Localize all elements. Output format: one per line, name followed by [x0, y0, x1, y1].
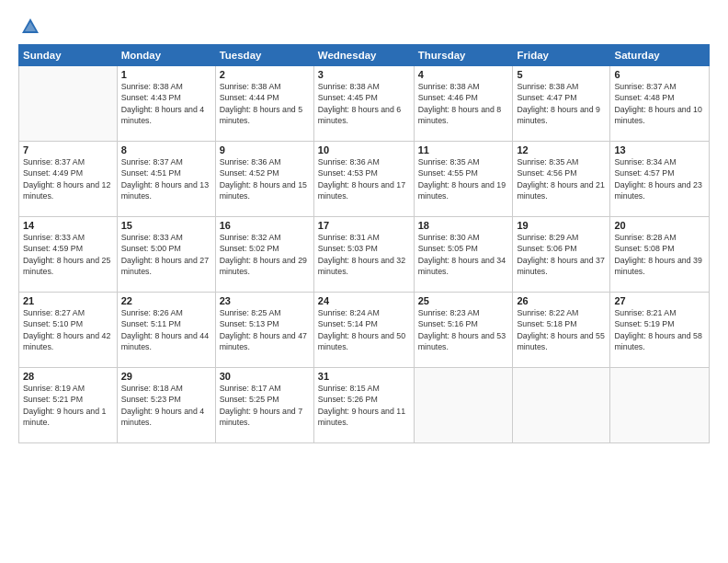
- day-number: 7: [23, 144, 113, 155]
- day-cell: [414, 368, 513, 443]
- day-cell: 18Sunrise: 8:30 AMSunset: 5:05 PMDayligh…: [414, 217, 513, 293]
- day-cell: 19Sunrise: 8:29 AMSunset: 5:06 PMDayligh…: [513, 217, 610, 293]
- day-number: 11: [418, 144, 509, 155]
- day-cell: 24Sunrise: 8:24 AMSunset: 5:14 PMDayligh…: [313, 293, 414, 368]
- week-row-1: 1Sunrise: 8:38 AMSunset: 4:43 PMDaylight…: [19, 66, 710, 142]
- day-number: 31: [318, 371, 410, 382]
- day-cell: 16Sunrise: 8:32 AMSunset: 5:02 PMDayligh…: [215, 217, 313, 293]
- header: [18, 17, 710, 37]
- day-cell: [19, 66, 118, 142]
- day-number: 19: [517, 220, 606, 231]
- day-number: 12: [517, 144, 606, 155]
- day-number: 16: [220, 220, 310, 231]
- day-info: Sunrise: 8:15 AMSunset: 5:26 PMDaylight:…: [318, 383, 410, 428]
- day-cell: 21Sunrise: 8:27 AMSunset: 5:10 PMDayligh…: [19, 293, 118, 368]
- day-number: 23: [220, 295, 310, 306]
- day-cell: 26Sunrise: 8:22 AMSunset: 5:18 PMDayligh…: [513, 293, 610, 368]
- day-info: Sunrise: 8:22 AMSunset: 5:18 PMDaylight:…: [517, 307, 606, 352]
- day-cell: 11Sunrise: 8:35 AMSunset: 4:55 PMDayligh…: [414, 142, 513, 217]
- day-cell: 23Sunrise: 8:25 AMSunset: 5:13 PMDayligh…: [215, 293, 313, 368]
- day-cell: 30Sunrise: 8:17 AMSunset: 5:25 PMDayligh…: [215, 368, 313, 443]
- day-cell: 6Sunrise: 8:37 AMSunset: 4:48 PMDaylight…: [610, 66, 710, 142]
- day-info: Sunrise: 8:36 AMSunset: 4:52 PMDaylight:…: [220, 156, 310, 201]
- calendar: SundayMondayTuesdayWednesdayThursdayFrid…: [18, 44, 710, 443]
- day-cell: 5Sunrise: 8:38 AMSunset: 4:47 PMDaylight…: [513, 66, 610, 142]
- day-cell: 29Sunrise: 8:18 AMSunset: 5:23 PMDayligh…: [117, 368, 215, 443]
- day-number: 22: [121, 295, 211, 306]
- day-cell: 12Sunrise: 8:35 AMSunset: 4:56 PMDayligh…: [513, 142, 610, 217]
- day-info: Sunrise: 8:38 AMSunset: 4:46 PMDaylight:…: [418, 81, 509, 126]
- day-info: Sunrise: 8:21 AMSunset: 5:19 PMDaylight:…: [614, 307, 705, 352]
- day-cell: 3Sunrise: 8:38 AMSunset: 4:45 PMDaylight…: [313, 66, 414, 142]
- week-row-2: 7Sunrise: 8:37 AMSunset: 4:49 PMDaylight…: [19, 142, 710, 217]
- day-cell: 31Sunrise: 8:15 AMSunset: 5:26 PMDayligh…: [313, 368, 414, 443]
- day-info: Sunrise: 8:38 AMSunset: 4:45 PMDaylight:…: [318, 81, 410, 126]
- day-cell: [610, 368, 710, 443]
- day-number: 4: [418, 69, 509, 80]
- day-info: Sunrise: 8:28 AMSunset: 5:08 PMDaylight:…: [614, 232, 705, 277]
- day-info: Sunrise: 8:19 AMSunset: 5:21 PMDaylight:…: [23, 383, 113, 428]
- logo: [18, 17, 40, 37]
- day-number: 25: [418, 295, 509, 306]
- day-number: 30: [220, 371, 310, 382]
- day-cell: 20Sunrise: 8:28 AMSunset: 5:08 PMDayligh…: [610, 217, 710, 293]
- day-number: 24: [318, 295, 410, 306]
- week-row-3: 14Sunrise: 8:33 AMSunset: 4:59 PMDayligh…: [19, 217, 710, 293]
- logo-icon: [20, 17, 40, 37]
- day-cell: 2Sunrise: 8:38 AMSunset: 4:44 PMDaylight…: [215, 66, 313, 142]
- day-number: 9: [220, 144, 310, 155]
- day-number: 1: [121, 69, 211, 80]
- day-cell: 17Sunrise: 8:31 AMSunset: 5:03 PMDayligh…: [313, 217, 414, 293]
- day-info: Sunrise: 8:33 AMSunset: 4:59 PMDaylight:…: [23, 232, 113, 277]
- day-number: 5: [517, 69, 606, 80]
- page: SundayMondayTuesdayWednesdayThursdayFrid…: [0, 0, 728, 563]
- day-number: 10: [318, 144, 410, 155]
- day-cell: 14Sunrise: 8:33 AMSunset: 4:59 PMDayligh…: [19, 217, 118, 293]
- week-row-4: 21Sunrise: 8:27 AMSunset: 5:10 PMDayligh…: [19, 293, 710, 368]
- day-info: Sunrise: 8:37 AMSunset: 4:48 PMDaylight:…: [614, 81, 705, 126]
- day-number: 6: [614, 69, 705, 80]
- day-number: 27: [614, 295, 705, 306]
- weekday-header-thursday: Thursday: [414, 45, 513, 66]
- weekday-header-row: SundayMondayTuesdayWednesdayThursdayFrid…: [19, 45, 710, 66]
- day-cell: 8Sunrise: 8:37 AMSunset: 4:51 PMDaylight…: [117, 142, 215, 217]
- day-number: 13: [614, 144, 705, 155]
- day-info: Sunrise: 8:34 AMSunset: 4:57 PMDaylight:…: [614, 156, 705, 201]
- day-info: Sunrise: 8:38 AMSunset: 4:43 PMDaylight:…: [121, 81, 211, 126]
- day-cell: 9Sunrise: 8:36 AMSunset: 4:52 PMDaylight…: [215, 142, 313, 217]
- day-cell: [513, 368, 610, 443]
- day-number: 14: [23, 220, 113, 231]
- day-number: 2: [220, 69, 310, 80]
- day-info: Sunrise: 8:38 AMSunset: 4:44 PMDaylight:…: [220, 81, 310, 126]
- weekday-header-tuesday: Tuesday: [215, 45, 313, 66]
- day-number: 17: [318, 220, 410, 231]
- day-info: Sunrise: 8:37 AMSunset: 4:51 PMDaylight:…: [121, 156, 211, 201]
- day-number: 15: [121, 220, 211, 231]
- day-info: Sunrise: 8:29 AMSunset: 5:06 PMDaylight:…: [517, 232, 606, 277]
- day-info: Sunrise: 8:17 AMSunset: 5:25 PMDaylight:…: [220, 383, 310, 428]
- week-row-5: 28Sunrise: 8:19 AMSunset: 5:21 PMDayligh…: [19, 368, 710, 443]
- day-cell: 4Sunrise: 8:38 AMSunset: 4:46 PMDaylight…: [414, 66, 513, 142]
- day-cell: 1Sunrise: 8:38 AMSunset: 4:43 PMDaylight…: [117, 66, 215, 142]
- day-number: 20: [614, 220, 705, 231]
- weekday-header-monday: Monday: [117, 45, 215, 66]
- weekday-header-sunday: Sunday: [19, 45, 118, 66]
- day-cell: 27Sunrise: 8:21 AMSunset: 5:19 PMDayligh…: [610, 293, 710, 368]
- day-number: 28: [23, 371, 113, 382]
- day-cell: 7Sunrise: 8:37 AMSunset: 4:49 PMDaylight…: [19, 142, 118, 217]
- weekday-header-saturday: Saturday: [610, 45, 710, 66]
- day-number: 29: [121, 371, 211, 382]
- day-info: Sunrise: 8:32 AMSunset: 5:02 PMDaylight:…: [220, 232, 310, 277]
- day-info: Sunrise: 8:24 AMSunset: 5:14 PMDaylight:…: [318, 307, 410, 352]
- day-info: Sunrise: 8:35 AMSunset: 4:55 PMDaylight:…: [418, 156, 509, 201]
- day-number: 8: [121, 144, 211, 155]
- day-info: Sunrise: 8:36 AMSunset: 4:53 PMDaylight:…: [318, 156, 410, 201]
- day-info: Sunrise: 8:37 AMSunset: 4:49 PMDaylight:…: [23, 156, 113, 201]
- day-info: Sunrise: 8:23 AMSunset: 5:16 PMDaylight:…: [418, 307, 509, 352]
- day-info: Sunrise: 8:30 AMSunset: 5:05 PMDaylight:…: [418, 232, 509, 277]
- day-info: Sunrise: 8:26 AMSunset: 5:11 PMDaylight:…: [121, 307, 211, 352]
- day-number: 3: [318, 69, 410, 80]
- day-cell: 22Sunrise: 8:26 AMSunset: 5:11 PMDayligh…: [117, 293, 215, 368]
- day-info: Sunrise: 8:27 AMSunset: 5:10 PMDaylight:…: [23, 307, 113, 352]
- day-cell: 13Sunrise: 8:34 AMSunset: 4:57 PMDayligh…: [610, 142, 710, 217]
